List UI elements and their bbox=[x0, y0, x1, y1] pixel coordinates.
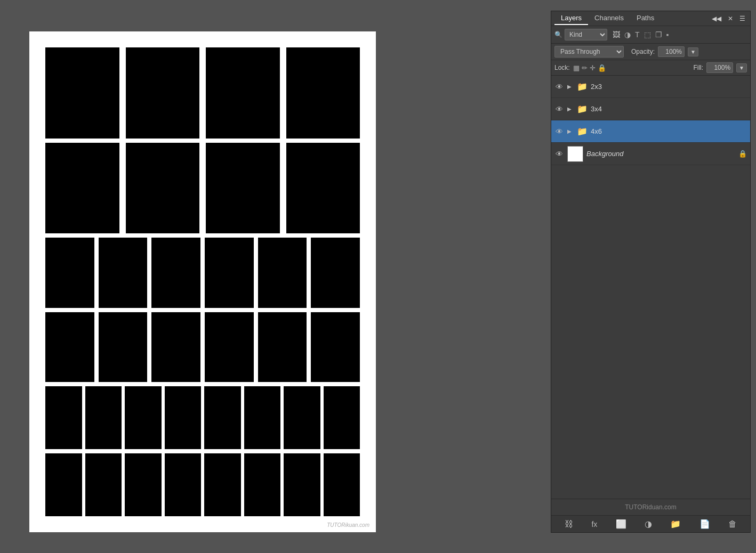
new-fill-layer-icon[interactable]: ⬜ bbox=[616, 519, 626, 529]
bottom-toolbar: ⛓ fx ⬜ ◑ 📁 📄 🗑 bbox=[551, 515, 750, 532]
lock-move-icon[interactable]: ✛ bbox=[590, 64, 596, 72]
tab-channels[interactable]: Channels bbox=[588, 12, 630, 25]
photo-cell bbox=[258, 312, 307, 382]
photo-cell bbox=[286, 143, 360, 234]
filter-image-icon[interactable]: 🖼 bbox=[612, 29, 621, 40]
document: TUTORikuan.com bbox=[29, 31, 376, 532]
photo-cell bbox=[284, 386, 320, 449]
visibility-icon-4x6[interactable]: 👁 bbox=[554, 127, 564, 136]
row-small-2 bbox=[45, 453, 360, 516]
visibility-icon-background[interactable]: 👁 bbox=[554, 150, 564, 158]
tab-layers[interactable]: Layers bbox=[554, 12, 588, 25]
adjustment-layer-icon[interactable]: ◑ bbox=[645, 519, 652, 529]
filter-shape-icon[interactable]: ⬚ bbox=[643, 29, 652, 40]
expand-icon-2x3[interactable]: ▶ bbox=[567, 84, 574, 90]
new-group-icon[interactable]: 📁 bbox=[670, 519, 681, 529]
blend-toolbar: Pass Through Normal Multiply Opacity: ▼ bbox=[551, 44, 750, 60]
photo-cell bbox=[45, 453, 82, 516]
panel-header: Layers Channels Paths ◀◀ ✕ ☰ bbox=[551, 11, 750, 26]
photo-cell bbox=[244, 386, 281, 449]
layer-name-4x6: 4x6 bbox=[591, 127, 747, 135]
photo-cell bbox=[204, 386, 241, 449]
photo-cell bbox=[45, 143, 119, 234]
lock-paint-icon[interactable]: ✏ bbox=[582, 64, 588, 72]
layer-item-background[interactable]: 👁 Background 🔒 bbox=[551, 143, 750, 165]
panel-tabs: Layers Channels Paths bbox=[554, 12, 661, 25]
new-layer-icon[interactable]: 📄 bbox=[699, 519, 710, 529]
photo-cell bbox=[284, 453, 320, 516]
photo-cell bbox=[125, 386, 162, 449]
link-icon[interactable]: ⛓ bbox=[565, 519, 573, 529]
lock-toolbar: Lock: ▦ ✏ ✛ 🔒 Fill: ▼ bbox=[551, 60, 750, 76]
folder-icon-4x6: 📁 bbox=[577, 126, 588, 136]
panel-menu-icon[interactable]: ☰ bbox=[738, 14, 747, 23]
lock-label: Lock: bbox=[554, 64, 570, 71]
visibility-icon-2x3[interactable]: 👁 bbox=[554, 83, 564, 91]
expand-icon-3x4[interactable]: ▶ bbox=[567, 106, 574, 112]
footer-credit: TUTORiduan.com bbox=[551, 499, 750, 515]
fill-dropdown[interactable]: ▼ bbox=[736, 63, 747, 72]
visibility-icon-3x4[interactable]: 👁 bbox=[554, 105, 564, 113]
folder-icon-2x3: 📁 bbox=[577, 82, 588, 92]
photo-cell bbox=[126, 47, 200, 139]
photo-cell bbox=[45, 47, 119, 139]
layer-item-2x3[interactable]: 👁 ▶ 📁 2x3 bbox=[551, 76, 750, 98]
search-icon: 🔍 bbox=[554, 31, 562, 38]
folder-icon-3x4: 📁 bbox=[577, 104, 588, 114]
expand-icon-4x6[interactable]: ▶ bbox=[567, 128, 574, 134]
layer-name-background: Background bbox=[586, 150, 735, 158]
photo-cell bbox=[45, 238, 94, 307]
photo-cell bbox=[85, 453, 122, 516]
photo-cell bbox=[45, 386, 82, 449]
opacity-dropdown[interactable]: ▼ bbox=[688, 47, 698, 56]
delete-layer-icon[interactable]: 🗑 bbox=[728, 519, 737, 529]
photo-cell bbox=[205, 312, 254, 382]
photo-cell bbox=[206, 47, 280, 139]
photo-cell bbox=[99, 238, 148, 307]
fx-icon[interactable]: fx bbox=[591, 520, 597, 528]
photo-cell bbox=[45, 312, 94, 382]
photo-cell bbox=[204, 453, 241, 516]
filter-text-icon[interactable]: T bbox=[634, 29, 641, 40]
layer-item-3x4[interactable]: 👁 ▶ 📁 3x4 bbox=[551, 98, 750, 120]
row-4x6-2 bbox=[45, 312, 360, 382]
lock-all-icon[interactable]: 🔒 bbox=[598, 64, 606, 72]
photo-cell bbox=[206, 143, 280, 234]
photo-cell bbox=[205, 238, 254, 307]
row-2x3-top bbox=[45, 47, 360, 139]
photo-cell bbox=[286, 47, 360, 139]
lock-icons: ▦ ✏ ✛ 🔒 bbox=[573, 64, 606, 72]
photo-cell bbox=[85, 386, 122, 449]
photo-cell bbox=[244, 453, 281, 516]
blend-mode-select[interactable]: Pass Through Normal Multiply bbox=[554, 46, 624, 58]
filter-smart-icon[interactable]: ❐ bbox=[654, 29, 663, 40]
photo-cell bbox=[125, 453, 162, 516]
filter-icons: 🖼 ◑ T ⬚ ❐ ▪ bbox=[612, 29, 670, 40]
opacity-input[interactable] bbox=[658, 46, 685, 57]
collapse-icon[interactable]: ◀◀ bbox=[710, 14, 723, 23]
tab-paths[interactable]: Paths bbox=[630, 12, 661, 25]
photo-cell bbox=[151, 312, 200, 382]
photo-cell bbox=[311, 312, 360, 382]
layer-name-2x3: 2x3 bbox=[591, 83, 747, 91]
layer-name-3x4: 3x4 bbox=[591, 105, 747, 113]
lock-pixels-icon[interactable]: ▦ bbox=[573, 64, 580, 72]
photo-cell bbox=[324, 453, 360, 516]
filter-adjustment-icon[interactable]: ◑ bbox=[623, 29, 632, 40]
photo-cell bbox=[126, 143, 200, 234]
fill-label: Fill: bbox=[693, 64, 703, 71]
layer-thumb-background bbox=[567, 146, 583, 162]
filter-pixel-icon[interactable]: ▪ bbox=[665, 29, 670, 40]
row-small-1 bbox=[45, 386, 360, 449]
canvas-area: TUTORikuan.com bbox=[16, 21, 389, 543]
layers-panel: Layers Channels Paths ◀◀ ✕ ☰ 🔍 Kind 🖼 ◑ … bbox=[551, 11, 751, 533]
fill-input[interactable] bbox=[706, 62, 733, 73]
layer-item-4x6[interactable]: 👁 ▶ 📁 4x6 bbox=[551, 120, 750, 143]
kind-select[interactable]: Kind bbox=[565, 29, 607, 40]
kind-toolbar: 🔍 Kind 🖼 ◑ T ⬚ ❐ ▪ bbox=[551, 26, 750, 44]
photo-cell bbox=[165, 386, 202, 449]
panel-controls: ◀◀ ✕ ☰ bbox=[710, 14, 747, 23]
close-icon[interactable]: ✕ bbox=[726, 14, 735, 23]
photo-cell bbox=[258, 238, 307, 307]
photo-cell bbox=[151, 238, 200, 307]
